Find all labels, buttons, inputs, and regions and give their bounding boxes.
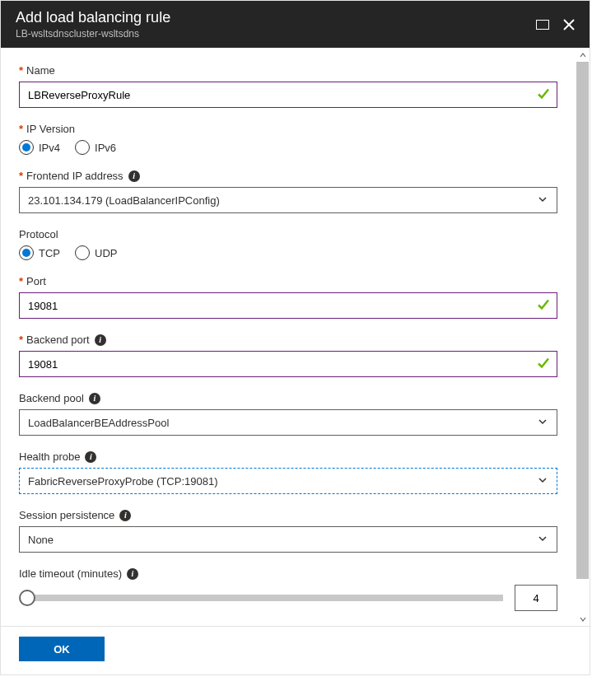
required-indicator: * [19, 334, 23, 346]
svg-rect-0 [536, 20, 549, 30]
radio-circle-icon [19, 140, 34, 155]
label-backend-port: * Backend port i [19, 334, 557, 346]
field-backend-pool: Backend pool i LoadBalancerBEAddressPool [19, 392, 557, 436]
label-text: Port [26, 275, 46, 287]
port-input[interactable] [19, 292, 557, 319]
label-text: Backend pool [19, 392, 84, 404]
info-icon[interactable]: i [85, 451, 96, 463]
select-value: LoadBalancerBEAddressPool [28, 417, 537, 429]
chevron-down-icon [537, 533, 548, 547]
close-icon[interactable] [560, 16, 578, 34]
protocol-radio-group: TCP UDP [19, 245, 557, 260]
chevron-down-icon [537, 194, 548, 208]
session-persistence-select[interactable]: None [19, 526, 557, 553]
required-indicator: * [19, 170, 23, 182]
valid-check-icon [536, 356, 551, 373]
label-health-probe: Health probe i [19, 450, 557, 463]
label-frontend-ip: * Frontend IP address i [19, 170, 557, 182]
field-health-probe: Health probe i FabricReverseProxyProbe (… [19, 450, 557, 494]
radio-label: TCP [39, 247, 60, 259]
info-icon[interactable]: i [95, 334, 106, 346]
input-wrap-name [19, 82, 557, 108]
vertical-scrollbar[interactable] [576, 48, 590, 626]
field-ip-version: * IP Version IPv4 IPv6 [19, 123, 557, 155]
required-indicator: * [19, 64, 23, 77]
label-text: Frontend IP address [26, 170, 124, 182]
label-text: Protocol [19, 228, 58, 240]
chevron-down-icon [537, 474, 548, 488]
select-value: FabricReverseProxyProbe (TCP:19081) [28, 475, 537, 488]
slider-thumb[interactable] [19, 590, 35, 606]
scroll-thumb[interactable] [576, 62, 589, 579]
restore-icon[interactable] [534, 16, 552, 34]
idle-timeout-input[interactable] [515, 585, 557, 611]
label-text: Idle timeout (minutes) [19, 567, 122, 580]
radio-circle-icon [75, 140, 90, 155]
input-wrap-backend-port [19, 351, 557, 377]
blade-header: Add load balancing rule LB-wsltsdnsclust… [1, 1, 590, 48]
label-session-persistence: Session persistence i [19, 509, 557, 521]
label-protocol: Protocol [19, 228, 557, 240]
info-icon[interactable]: i [128, 170, 140, 182]
radio-ipv6[interactable]: IPv6 [75, 140, 116, 155]
backend-port-input[interactable] [19, 351, 557, 377]
radio-ipv4[interactable]: IPv4 [19, 140, 60, 155]
valid-check-icon [536, 297, 551, 315]
field-port: * Port [19, 275, 557, 319]
label-ip-version: * IP Version [19, 123, 557, 135]
blade-footer: OK [1, 626, 590, 674]
form-content: * Name * IP Version [1, 48, 576, 626]
idle-timeout-row [19, 585, 557, 611]
content-wrap: * Name * IP Version [1, 48, 590, 626]
valid-check-icon [536, 86, 551, 104]
label-text: IP Version [26, 123, 75, 135]
scroll-track[interactable] [576, 62, 589, 612]
required-indicator: * [19, 123, 23, 135]
chevron-down-icon [537, 416, 548, 430]
select-value: 23.101.134.179 (LoadBalancerIPConfig) [28, 194, 537, 207]
label-backend-pool: Backend pool i [19, 392, 557, 404]
radio-label: IPv6 [95, 142, 116, 154]
scroll-up-icon[interactable] [576, 48, 590, 62]
required-indicator: * [19, 275, 23, 287]
backend-pool-select[interactable]: LoadBalancerBEAddressPool [19, 409, 557, 436]
blade-panel: Add load balancing rule LB-wsltsdnsclust… [0, 0, 590, 675]
field-idle-timeout: Idle timeout (minutes) i [19, 567, 557, 611]
label-name: * Name [19, 64, 557, 77]
label-text: Name [26, 64, 55, 77]
radio-tcp[interactable]: TCP [19, 245, 60, 260]
name-input[interactable] [19, 82, 557, 108]
blade-subtitle: LB-wsltsdnscluster-wsltsdns [16, 28, 525, 40]
frontend-ip-select[interactable]: 23.101.134.179 (LoadBalancerIPConfig) [19, 187, 557, 213]
field-session-persistence: Session persistence i None [19, 509, 557, 553]
radio-label: IPv4 [39, 142, 60, 154]
label-text: Backend port [26, 334, 90, 346]
info-icon[interactable]: i [119, 510, 131, 521]
select-value: None [28, 534, 537, 546]
header-titles: Add load balancing rule LB-wsltsdnsclust… [16, 9, 525, 40]
blade-title: Add load balancing rule [16, 9, 525, 26]
label-text: Session persistence [19, 509, 114, 521]
input-wrap-port [19, 292, 557, 319]
idle-timeout-slider[interactable] [26, 595, 503, 601]
field-backend-port: * Backend port i [19, 334, 557, 377]
radio-circle-icon [19, 245, 34, 260]
label-text: Health probe [19, 450, 80, 463]
radio-udp[interactable]: UDP [75, 245, 117, 260]
scroll-down-icon[interactable] [576, 612, 590, 626]
health-probe-select[interactable]: FabricReverseProxyProbe (TCP:19081) [19, 468, 557, 494]
ip-version-radio-group: IPv4 IPv6 [19, 140, 557, 155]
label-idle-timeout: Idle timeout (minutes) i [19, 567, 557, 580]
ok-button[interactable]: OK [19, 637, 105, 661]
radio-label: UDP [95, 247, 117, 259]
field-frontend-ip: * Frontend IP address i 23.101.134.179 (… [19, 170, 557, 213]
label-port: * Port [19, 275, 557, 287]
field-protocol: Protocol TCP UDP [19, 228, 557, 260]
info-icon[interactable]: i [127, 568, 138, 580]
field-name: * Name [19, 64, 557, 108]
info-icon[interactable]: i [89, 393, 100, 404]
radio-circle-icon [75, 245, 90, 260]
